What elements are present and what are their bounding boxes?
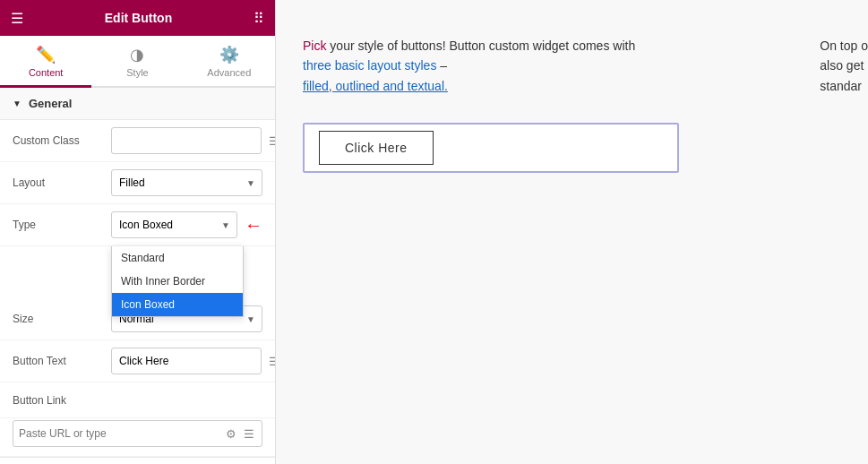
button-link-row: Button Link [0,382,275,418]
advanced-tab-icon: ⚙️ [219,45,239,64]
button-text-input[interactable] [111,348,262,374]
layout-label: Layout [13,176,111,189]
tab-advanced[interactable]: ⚙️ Advanced [184,36,275,88]
type-option-standard[interactable]: Standard [112,246,243,270]
button-text-list-icon[interactable]: ☰ [265,353,275,370]
tab-style-label: Style [126,67,148,78]
desc-text-2: – [440,58,447,73]
custom-class-control: ☰ [111,127,275,154]
button-link-list-icon[interactable]: ☰ [242,425,256,443]
layout-select[interactable]: Filled Outlined Textual [111,169,262,196]
right-text-line3: standar [820,76,868,96]
panel-tabs: ✏️ Content ◑ Style ⚙️ Advanced [0,36,275,88]
custom-class-list-icon[interactable]: ☰ [265,133,275,150]
type-dropdown: Standard With Inner Border Icon Boxed [111,246,244,317]
type-control: Standard With Inner Border Icon Boxed ▼ … [111,211,262,238]
custom-class-row: Custom Class ☰ [0,120,275,162]
type-red-arrow: ← [245,215,262,236]
type-option-inner-border[interactable]: With Inner Border [112,270,243,293]
button-link-input[interactable] [19,427,220,440]
general-section-label: General [29,97,72,110]
type-select[interactable]: Standard With Inner Border Icon Boxed [111,211,237,238]
panel-header: ☰ Edit Button ⠿ [0,0,275,36]
hamburger-icon[interactable]: ☰ [11,10,23,27]
button-link-wrapper: ⚙ ☰ [13,420,262,447]
type-row-wrapper: Type Standard With Inner Border Icon Box… [0,204,275,246]
general-section-header[interactable]: ▼ General [0,88,275,120]
content-tab-icon: ✏️ [36,45,56,64]
content-description: Pick your style of buttons! Button custo… [303,36,661,96]
icon-section-header[interactable]: ▶ Icon [0,457,275,464]
filled-link[interactable]: filled, outlined and textual. [303,79,448,93]
button-link-settings-icon[interactable]: ⚙ [224,425,238,443]
tab-advanced-label: Advanced [207,67,251,78]
custom-class-label: Custom Class [13,134,111,147]
custom-class-input[interactable] [111,127,262,154]
type-row: Type Standard With Inner Border Icon Box… [0,204,275,246]
general-collapse-icon: ▼ [13,99,21,108]
button-text-label: Button Text [13,355,111,367]
left-panel: ☰ Edit Button ⠿ ✏️ Content ◑ Style ⚙️ Ad… [0,0,276,464]
pick-text: Pick [303,39,326,53]
right-text-line2: also get [820,56,868,75]
grid-icon[interactable]: ⠿ [254,10,264,27]
button-text-row: Button Text ☰ [0,340,275,382]
desc-text-1: your style of buttons! Button custom wid… [330,39,635,53]
tab-style[interactable]: ◑ Style [91,36,183,88]
panel-title: Edit Button [105,11,172,25]
button-link-input-row: ⚙ ☰ [0,418,275,457]
right-text-line1: On top o [820,36,868,56]
layout-select-wrapper: Filled Outlined Textual ▼ [111,169,262,196]
type-label: Type [13,219,111,231]
right-content: Pick your style of buttons! Button custo… [276,0,868,464]
style-tab-icon: ◑ [130,45,144,64]
tab-content[interactable]: ✏️ Content [0,36,91,88]
size-label: Size [13,313,111,325]
preview-button[interactable]: Click Here [319,131,434,165]
type-option-icon-boxed[interactable]: Icon Boxed [112,293,243,316]
button-preview-container: Click Here [303,123,679,173]
right-side-text: On top o also get standar [820,36,868,96]
button-link-label: Button Link [13,394,111,407]
three-styles-text: three basic layout styles [303,58,436,73]
layout-row: Layout Filled Outlined Textual ▼ [0,162,275,204]
layout-control: Filled Outlined Textual ▼ [111,169,262,196]
type-select-wrapper: Standard With Inner Border Icon Boxed ▼ [111,211,237,238]
panel-body: ▼ General Custom Class ☰ Layout Filled O… [0,88,275,464]
tab-content-label: Content [29,67,64,78]
button-text-control: ☰ [111,348,275,374]
